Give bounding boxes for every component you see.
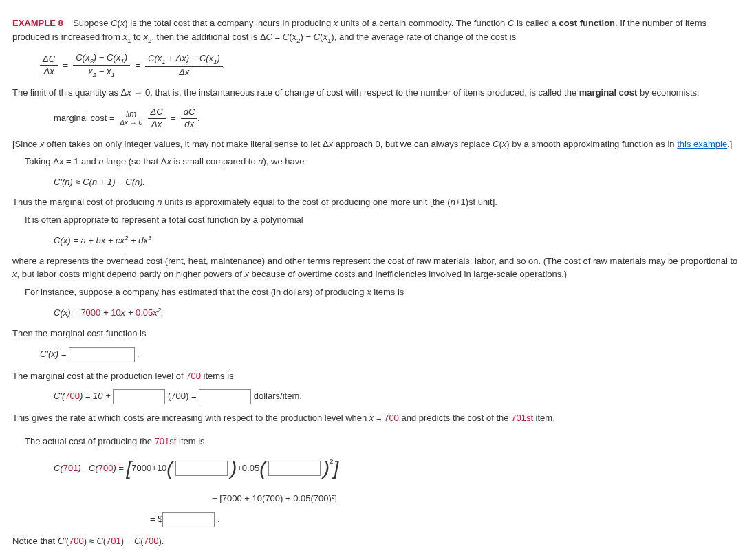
cprime-approx-formula: C'(n) ≈ C(n + 1) − C(n). bbox=[54, 175, 742, 189]
thus-paragraph: Thus the marginal cost of producing n un… bbox=[12, 195, 742, 209]
t: units of a certain commodity. The functi… bbox=[338, 18, 508, 28]
t: Thus the marginal cost of producing bbox=[12, 197, 157, 207]
often-paragraph: It is often appropriate to represent a t… bbox=[25, 213, 742, 227]
t: represents the overhead cost (rent, heat… bbox=[44, 256, 737, 266]
cprime-input[interactable] bbox=[69, 347, 135, 362]
polynomial-formula: C(x) = a + bx + cx2 + dx3 bbox=[54, 233, 742, 248]
coef-input[interactable] bbox=[113, 389, 165, 404]
n701st-b: 701st bbox=[155, 436, 177, 446]
c700-row: C'(700) = 10 + (700) = dollars/item. bbox=[54, 389, 742, 404]
t: The marginal cost at the production leve… bbox=[12, 371, 186, 381]
t: is called a bbox=[514, 18, 559, 28]
t: Suppose bbox=[73, 18, 111, 28]
marginal-cost-label: marginal cost bbox=[579, 87, 638, 98]
since-paragraph: [Since x often takes on only integer val… bbox=[12, 138, 742, 151]
t: The limit of this quantity as bbox=[12, 87, 121, 98]
then-marginal-paragraph: Then the marginal cost function is bbox=[12, 327, 742, 340]
where-paragraph: where a represents the overhead cost (re… bbox=[12, 254, 742, 281]
x2-input[interactable] bbox=[268, 461, 321, 476]
t: (700) = bbox=[168, 391, 199, 402]
t: items is bbox=[371, 287, 404, 297]
t: item. bbox=[533, 413, 555, 423]
t: often takes on only integer values, it m… bbox=[44, 139, 323, 149]
t: items is bbox=[201, 371, 234, 381]
for-instance-paragraph: For instance, suppose a company has esti… bbox=[25, 285, 742, 299]
t: , and the average rate of change of the … bbox=[334, 32, 517, 42]
t: by economists: bbox=[637, 87, 699, 98]
c700-result-input[interactable] bbox=[199, 389, 251, 404]
t: +1)st unit]. bbox=[455, 197, 497, 207]
t: 10 bbox=[111, 308, 120, 318]
t: Taking bbox=[25, 156, 53, 166]
n700: 700 bbox=[186, 371, 201, 381]
t: dollars/item. bbox=[251, 391, 302, 402]
n700b: 700 bbox=[384, 413, 399, 423]
minus-line: − [7000 + 10(700) + 0.05(700)²] bbox=[212, 492, 742, 505]
t: and predicts the cost of the bbox=[399, 413, 511, 423]
t: ), we have bbox=[263, 156, 305, 166]
this-example-link[interactable]: this example bbox=[677, 139, 727, 149]
t: Notice that bbox=[12, 536, 58, 546]
t: is small compared to bbox=[171, 156, 258, 166]
t: by a smooth approximating function as in bbox=[510, 139, 678, 149]
t: units is approximately equal to the cost… bbox=[162, 197, 451, 207]
example-label: EXAMPLE 8 bbox=[12, 18, 63, 28]
t: to bbox=[131, 32, 143, 42]
t: [Since bbox=[12, 139, 40, 149]
t: , that is, the instantaneous rate of cha… bbox=[150, 87, 579, 98]
intro-paragraph: EXAMPLE 8 Suppose C(x) is the total cost… bbox=[12, 17, 742, 45]
t: The actual cost of producing the bbox=[25, 436, 155, 446]
avg-rate-formula: ΔCΔx = C(x2) − C(x1)x2 − x1 = C(x1 + Δx)… bbox=[40, 52, 742, 80]
cost-function-formula: C(x) = 7000 + 10x + 0.05x2. bbox=[54, 305, 742, 320]
gives-rate-paragraph: This gives the rate at which costs are i… bbox=[12, 411, 742, 425]
marginal-at-paragraph: The marginal cost at the production leve… bbox=[12, 369, 742, 383]
notice-paragraph: Notice that C'(700) ≈ C(701) − C(700). bbox=[12, 534, 742, 548]
cprime-blank-row: C'(x) = . bbox=[40, 347, 742, 362]
t: where bbox=[12, 256, 39, 266]
dollar-result-input[interactable] bbox=[162, 512, 215, 527]
taking-paragraph: Taking Δx = 1 and n large (so that Δx is… bbox=[25, 155, 742, 168]
t: is the total cost that a company incurs … bbox=[128, 18, 334, 28]
marginal-cost-formula: marginal cost = limΔx → 0 ΔCΔx = dCdx. bbox=[54, 107, 742, 131]
n701st: 701st bbox=[511, 413, 533, 423]
eq-dollar-row: = $ . bbox=[150, 512, 742, 527]
t: large (so that bbox=[104, 156, 161, 166]
t: = $ bbox=[150, 514, 162, 524]
t: because of overtime costs and inefficien… bbox=[249, 269, 567, 279]
t: and bbox=[78, 156, 98, 166]
actual-paragraph: The actual cost of producing the 701st i… bbox=[25, 435, 742, 448]
t: For instance, suppose a company has esti… bbox=[25, 287, 367, 297]
t: .] bbox=[727, 139, 732, 149]
t: This gives the rate at which costs are i… bbox=[12, 413, 369, 423]
t: , but labor costs might depend partly on… bbox=[17, 269, 245, 279]
t: item is bbox=[176, 436, 204, 446]
t: 0.05 bbox=[136, 308, 153, 318]
limit-paragraph: The limit of this quantity as Δx → 0, th… bbox=[12, 86, 742, 100]
cost-function-label: cost function bbox=[559, 18, 615, 28]
t: 7000 bbox=[80, 308, 100, 318]
t: , then the additional cost is bbox=[151, 32, 260, 42]
t: marginal cost = bbox=[54, 113, 115, 123]
c701-row: C(701) − C(700) = [7000 + 10( ) + 0.05( … bbox=[54, 459, 338, 478]
t: − [7000 + 10(700) + 0.05(700)²] bbox=[212, 493, 337, 503]
x1-input[interactable] bbox=[175, 461, 228, 476]
t: approach 0, but we can always replace bbox=[333, 139, 493, 149]
